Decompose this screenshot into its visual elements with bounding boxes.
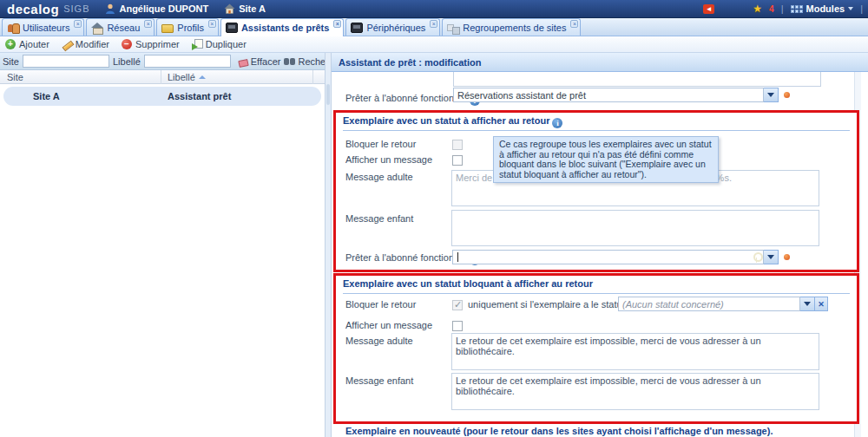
required-indicator xyxy=(784,254,790,260)
sort-asc-icon xyxy=(199,75,206,79)
libelle-filter-label: Libellé xyxy=(113,56,141,67)
splitter-grip xyxy=(326,84,330,105)
column-header-site[interactable]: Site xyxy=(7,72,23,82)
topbar: decalog SIGB Angélique DUPONT Site A ◄ ★… xyxy=(0,0,868,18)
panel-splitter[interactable] xyxy=(325,53,332,437)
filter-bar: Site Libellé Effacer Rechercher xyxy=(0,53,325,70)
tab-label: Réseau xyxy=(107,23,140,33)
tab-regroupements-de-sites[interactable]: Regroupements de sites × xyxy=(442,18,581,36)
info-icon[interactable]: i xyxy=(552,118,562,128)
tab-label: Périphériques xyxy=(366,23,425,33)
scrolled-textarea-partial[interactable] xyxy=(453,72,821,87)
tab-profils[interactable]: Profils × xyxy=(156,18,219,36)
current-site[interactable]: Site A xyxy=(224,3,266,14)
block-return-checkbox xyxy=(452,300,463,310)
site-filter-label: Site xyxy=(3,56,19,67)
eraser-icon xyxy=(238,57,248,66)
delete-button[interactable]: − Supprimer xyxy=(122,39,180,49)
add-button[interactable]: + Ajouter xyxy=(5,39,49,49)
message-child-textarea[interactable] xyxy=(451,210,819,246)
separator: | xyxy=(860,3,863,14)
delete-label: Supprimer xyxy=(135,39,180,49)
column-header-label: Libellé xyxy=(168,72,195,82)
show-message-label: Afficher un message xyxy=(345,154,432,165)
status-combobox: (Aucun statut concerné) ✕ xyxy=(618,297,828,311)
tab-peripheriques[interactable]: Périphériques × xyxy=(345,18,440,36)
close-icon[interactable]: × xyxy=(430,20,437,28)
current-site-label: Site A xyxy=(239,3,266,14)
clear-button[interactable]: Effacer xyxy=(238,56,281,67)
folder-icon xyxy=(161,24,174,33)
combobox-placeholder: (Aucun statut concerné) xyxy=(622,299,724,310)
add-icon: + xyxy=(5,39,16,49)
tab-reseau[interactable]: Réseau × xyxy=(86,18,155,36)
close-icon[interactable]: × xyxy=(570,20,578,28)
combobox-value[interactable]: (Aucun statut concerné) xyxy=(618,297,800,311)
row-site-cell: Site A xyxy=(33,91,60,101)
combobox-input[interactable] xyxy=(452,250,764,264)
home-icon xyxy=(91,23,103,33)
required-indicator xyxy=(784,92,790,98)
detail-panel: Assistant de prêt : modification Prêter … xyxy=(332,53,868,437)
column-header-libelle[interactable]: Libellé xyxy=(168,72,206,82)
separator: | xyxy=(781,3,784,14)
pencil-icon xyxy=(62,39,72,49)
delete-icon: − xyxy=(122,39,132,49)
libelle-filter-input[interactable] xyxy=(144,55,231,68)
favorites-count: 4 xyxy=(769,4,774,14)
section-status-box: Exemplaire avec un statut à afficher au … xyxy=(333,110,859,272)
row-libelle-cell: Assistant prêt xyxy=(168,91,231,101)
duplicate-button[interactable]: Dupliquer xyxy=(192,39,247,49)
application-window: decalog SIGB Angélique DUPONT Site A ◄ ★… xyxy=(0,0,868,437)
tab-utilisateurs[interactable]: Utilisateurs × xyxy=(2,18,84,36)
tab-assistants-de-prets[interactable]: Assistants de prêts × xyxy=(220,18,344,36)
close-icon[interactable]: × xyxy=(144,20,152,28)
tab-label: Regroupements de sites xyxy=(463,23,566,33)
label-text: Prêter à l'abonné fonctionnel xyxy=(345,93,467,103)
chevron-down-icon[interactable] xyxy=(800,297,815,311)
show-message-checkbox[interactable] xyxy=(452,155,463,166)
results-panel: Site Libellé Effacer Rechercher Site Lib… xyxy=(0,53,325,437)
edit-button[interactable]: Modifier xyxy=(62,39,109,49)
toolbar: + Ajouter Modifier − Supprimer Dupliquer xyxy=(0,36,868,53)
binoculars-icon xyxy=(284,57,295,66)
clear-selection-icon[interactable]: ✕ xyxy=(815,297,828,311)
close-icon[interactable]: × xyxy=(208,20,216,28)
block-return-label: Bloquer le retour xyxy=(345,299,416,310)
app-logo: decalog xyxy=(7,2,59,16)
users-icon xyxy=(7,23,19,33)
current-user[interactable]: Angélique DUPONT xyxy=(105,3,208,14)
chevron-down-icon[interactable] xyxy=(764,250,779,264)
show-message-label: Afficher un message xyxy=(345,320,432,330)
app-logo-suffix: SIGB xyxy=(63,3,89,14)
text-caret xyxy=(457,252,458,262)
exit-icon[interactable]: ◄ xyxy=(703,4,714,14)
lend-functional-combobox-empty xyxy=(452,250,779,264)
site-filter-input[interactable] xyxy=(23,55,109,68)
duplicate-icon xyxy=(192,39,202,49)
close-icon[interactable]: × xyxy=(333,20,341,28)
column-divider xyxy=(312,70,313,84)
message-child-label: Message enfant xyxy=(345,213,413,224)
chevron-down-icon[interactable] xyxy=(764,88,779,102)
message-child-textarea[interactable]: Le retour de cet exemplaire est impossib… xyxy=(451,373,819,410)
message-adult-textarea[interactable]: Le retour de cet exemplaire est impossib… xyxy=(451,333,819,370)
label-text: Prêter à l'abonné fonctionnel xyxy=(345,252,467,263)
modules-button[interactable]: Modules xyxy=(791,3,854,14)
section-title: Exemplaire avec un statut à afficher au … xyxy=(343,115,549,126)
close-icon[interactable]: × xyxy=(74,20,82,28)
monitor-icon xyxy=(351,23,363,33)
home-icon xyxy=(224,3,235,14)
table-row[interactable]: Site A Assistant prêt xyxy=(3,87,321,106)
message-adult-label: Message adulte xyxy=(345,172,413,182)
section-blocking-box: Exemplaire avec un statut bloquant à aff… xyxy=(333,273,859,424)
message-adult-label: Message adulte xyxy=(345,336,413,346)
favorites-star-icon[interactable]: ★ xyxy=(753,3,762,15)
modules-label: Modules xyxy=(806,3,845,14)
sites-icon xyxy=(447,23,459,33)
combobox-value[interactable]: Réservations assistant de prêt xyxy=(453,88,764,102)
section-status-header: Exemplaire avec un statut à afficher au … xyxy=(343,115,850,131)
table-header: Site Libellé xyxy=(0,70,325,84)
show-message-checkbox[interactable] xyxy=(452,321,463,331)
block-return-label: Bloquer le retour xyxy=(345,139,416,149)
